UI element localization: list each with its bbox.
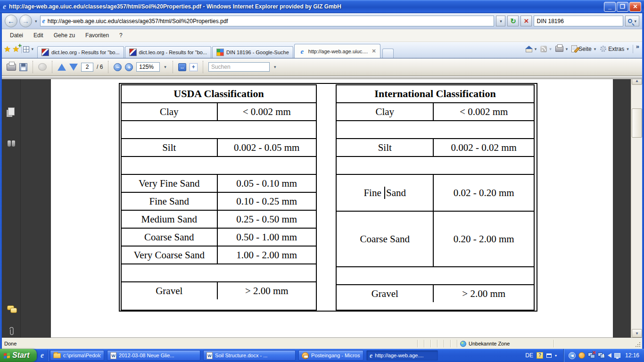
search-button[interactable]: ▾ [625,16,639,26]
help-icon[interactable]: ? [537,352,543,359]
network-disconnected-icon[interactable]: ✕ [588,353,595,358]
volume-icon[interactable] [608,353,611,358]
tab-2[interactable]: dict.leo.org - Results for "bo... [125,46,212,58]
vertical-scrollbar[interactable]: ▲ ▼ [631,76,642,338]
tab-label: DIN 18196 - Google-Suche [226,49,289,55]
pages-panel-icon[interactable] [8,107,15,115]
start-button[interactable]: Start [0,349,37,362]
taskbar-button-2[interactable]: W2012-03-08 Neue Glie... [107,350,200,361]
zoom-level-select[interactable]: 125% [136,62,160,72]
tab-4[interactable]: ehttp://age-web.age.uiuc....✕ [294,44,380,58]
menu-item-datei[interactable]: Datei [5,31,28,40]
address-dropdown-button[interactable]: ▾ [496,16,505,26]
taskbar-button-5[interactable]: ehttp://age-web.age.... [366,350,438,361]
pdf-search-input[interactable]: Suchen [208,62,270,72]
tab-1[interactable]: dict.leo.org - Results for "bo... [37,46,124,58]
quick-tabs-icon[interactable] [23,46,29,52]
zoom-dropdown-icon[interactable]: ▾ [163,65,167,69]
menu-item-edit[interactable]: Edit [28,31,49,40]
add-favorite-icon[interactable]: ★ [12,44,19,54]
zoom-in-icon[interactable]: + [125,63,133,71]
table-row: Coarse Sand0.20 - 2.00 mm [337,211,534,266]
table-spacer-row [337,156,534,174]
page-menu-label: Seite [578,46,591,52]
leo-favicon [129,49,137,56]
pdf-search-dropdown-icon[interactable]: ▾ [273,65,277,69]
comments-panel-icon[interactable] [7,305,14,310]
search-dropdown-icon[interactable]: ▾ [634,19,636,24]
ie-quicklaunch-icon[interactable]: e [41,352,44,359]
particle-size-cell: 0.10 - 0.25 mm [218,193,316,210]
menu-item-favoriten[interactable]: Favoriten [80,31,114,40]
previous-page-icon[interactable] [58,64,66,71]
scrollbar-thumb[interactable] [632,108,642,138]
particle-name-cell: Coarse Sand [337,212,434,266]
document-pane-top-edge [2,76,642,79]
particle-name-cell: Coarse Sand [122,229,218,246]
table-spacer-row [122,263,316,281]
print-button[interactable]: ▾ [555,46,569,52]
tab-close-icon[interactable]: ✕ [372,48,376,54]
page-number-input[interactable]: 2 [81,63,93,72]
feeds-button[interactable]: ▾ [540,46,553,52]
menu-item-gehezu[interactable]: Gehe zu [49,31,80,40]
refresh-button[interactable]: ↻ [507,16,519,26]
hide-icons-chevron-icon[interactable]: ◀ [569,352,576,359]
fit-width-icon[interactable]: ↔ [178,63,186,71]
pdf-page[interactable]: USDA ClassificationClay< 0.002 mmSilt0.0… [51,79,613,338]
fit-page-icon[interactable]: + [190,63,198,71]
particle-name-cell: Silt [337,139,434,156]
url-text: http://age-web.age.uiuc.edu/classes/age3… [48,18,228,25]
scroll-down-icon[interactable]: ▼ [632,329,642,337]
favorites-icon[interactable]: ★ [4,44,11,54]
quick-tabs-dropdown-icon[interactable]: ▾ [31,47,35,51]
table-row: Fine Sand0.02 - 0.20 mm [337,174,534,211]
menu-item-[interactable]: ? [114,31,128,40]
page-menu-button[interactable]: Seite ▾ [571,45,597,52]
next-page-icon[interactable] [69,64,78,71]
attachments-paperclip-icon[interactable] [8,327,15,337]
restore-window-icon[interactable] [546,354,552,358]
pdf-navigation-pane [2,79,21,338]
new-tab-stub[interactable] [382,49,394,58]
zoom-out-icon[interactable]: − [114,63,122,71]
outlook-icon [302,352,309,359]
tab-3[interactable]: DIN 18196 - Google-Suche [212,46,293,58]
language-indicator[interactable]: DE [525,352,533,359]
address-input[interactable]: e http://age-web.age.uiuc.edu/classes/ag… [40,16,495,26]
taskbar-button-4[interactable]: Posteingang - Micros... [298,350,363,361]
history-dropdown-icon[interactable]: ▾ [34,19,38,24]
pdf-print-icon[interactable] [7,64,16,71]
back-button[interactable]: ← [5,15,17,27]
taskbar-button-label: 2012-03-08 Neue Glie... [119,353,174,358]
search-input[interactable]: DIN 18196 [534,16,623,26]
status-segment [444,340,450,347]
resize-grip[interactable] [634,338,642,349]
particle-name-cell: Fine Sand [122,193,218,210]
taskbar-button-label: Posteingang - Micros... [311,353,360,358]
particle-name-cell: Very Fine Sand [122,175,218,192]
maximize-button[interactable]: ❐ [617,2,628,12]
home-button[interactable]: ▾ [526,46,538,52]
outlook-reminder-icon[interactable] [578,352,585,359]
stop-button[interactable]: × [520,16,532,26]
minimize-button[interactable]: _ [604,2,616,12]
display-icon[interactable] [614,353,620,358]
particle-size-cell: 0.02 - 0.20 mm [434,175,534,211]
tools-menu-button[interactable]: Extras ▾ [600,45,630,52]
language-dropdown-icon[interactable]: ▾ [555,354,557,358]
status-bar: Done Unbekannte Zone [2,338,642,349]
bookmarks-binoculars-icon[interactable] [8,140,15,147]
taskbar-button-3[interactable]: WSoil Structure.docx - ... [203,350,296,361]
table-row: Fine Sand0.10 - 0.25 mm [122,192,316,210]
pdf-save-icon[interactable] [19,63,27,71]
close-button[interactable]: ✕ [629,2,641,12]
particle-size-cell: 0.25 - 0.50 mm [218,211,316,228]
forward-button[interactable]: → [19,15,32,27]
overflow-chevron-icon[interactable]: » [636,43,639,50]
taskbar-button-1[interactable]: c:\prisma\Pedologie [50,350,104,361]
ie-icon: e [370,352,372,359]
title-bar: e http://age-web.age.uiuc.edu/classes/ag… [0,0,644,13]
table-spacer-row [122,156,316,174]
status-segment [430,340,437,347]
